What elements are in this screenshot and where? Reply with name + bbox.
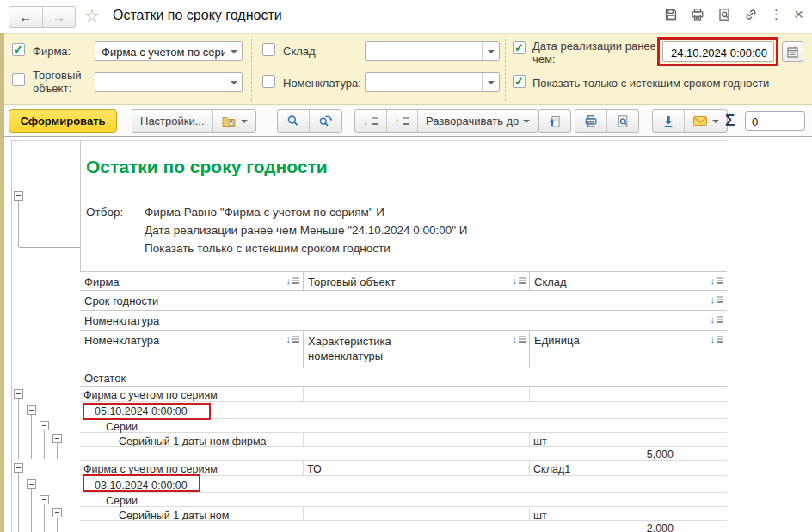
nomenclature-label: Номенклатура: — [283, 77, 361, 90]
filter-panel: ✓ Фирма: Фирма с учетом по сериям Торгов… — [0, 33, 812, 105]
date-before-input[interactable]: 24.10.2024 0:00:00 — [662, 41, 774, 62]
selection-label: Отбор: — [86, 206, 123, 219]
table-row[interactable]: Фирма с учетом по сериям ТО Склад1 — [80, 461, 727, 476]
firm-combobox[interactable]: Фирма с учетом по сериям — [95, 41, 243, 61]
more-menu-icon[interactable]: ⋮ — [770, 7, 783, 22]
trade-object-checkbox[interactable] — [12, 73, 25, 86]
check-icon: ✓ — [14, 44, 23, 55]
table-row[interactable]: Фирма с учетом по сериям — [80, 387, 727, 402]
date-before-checkbox[interactable]: ✓ — [513, 41, 526, 54]
save-icon[interactable] — [663, 7, 679, 22]
expand-all-button[interactable]: ↓ — [355, 110, 386, 132]
collapse-group-box[interactable] — [40, 495, 49, 504]
filter-separator — [505, 39, 506, 101]
table-row[interactable]: 03.10.2024 0:00:00 — [80, 476, 727, 493]
nomenclature-value — [366, 73, 482, 91]
cell-characteristic — [303, 433, 529, 446]
table-row[interactable]: 05.10.2024 0:00:00 — [80, 402, 727, 419]
table-row[interactable]: Серии — [80, 493, 727, 507]
trade-object-value — [95, 73, 225, 91]
table-row[interactable]: Серийный 1 даты ном шт — [80, 507, 727, 521]
header-row-expiry: Срок годности ↓ — [80, 291, 727, 311]
print-group — [575, 109, 639, 133]
trade-object-label: Торговый объект: — [33, 69, 89, 95]
collapse-group-box[interactable] — [52, 508, 62, 517]
save-report-button[interactable] — [653, 110, 684, 132]
window-edge-strip — [0, 33, 4, 532]
collapse-group-box[interactable] — [52, 434, 62, 443]
header-expiry: Срок годности ↓ — [80, 291, 727, 310]
sort-icon[interactable]: ↓ — [513, 276, 526, 285]
back-arrow-icon: ← — [19, 9, 32, 24]
tree-line — [31, 489, 32, 532]
report-toolbar: Сформировать Настройки... ↓ ↑ — [0, 105, 812, 137]
report-variants-button[interactable] — [212, 110, 255, 132]
print-icon[interactable] — [690, 7, 705, 22]
forward-arrow-icon: → — [52, 9, 65, 24]
expand-to-button[interactable]: Разворачивать до — [417, 110, 538, 132]
chevron-down-icon — [488, 50, 495, 57]
sort-icon[interactable]: ↓ — [513, 335, 526, 343]
sort-icon[interactable]: ↓ — [710, 315, 724, 324]
collapse-all-button[interactable]: ↑ — [386, 110, 418, 132]
sort-icon[interactable]: ↓ — [286, 335, 300, 343]
settings-button[interactable]: Настройки... — [132, 110, 212, 132]
collapse-group-box[interactable] — [27, 479, 36, 489]
preview-icon — [615, 114, 631, 129]
search-button[interactable] — [278, 110, 309, 132]
output-group — [538, 109, 571, 133]
calendar-button[interactable] — [782, 41, 803, 62]
sort-icon[interactable]: ↓ — [710, 276, 724, 285]
header-row-nomenclature-group: Номенклатура ↓ — [80, 311, 727, 331]
search-next-button[interactable] — [309, 110, 341, 132]
trade-object-dropdown-button[interactable] — [225, 73, 242, 91]
output-to-document-button[interactable] — [539, 110, 570, 132]
autosum-field[interactable]: 0 — [745, 111, 805, 131]
sort-icon[interactable]: ↓ — [710, 295, 724, 304]
autosum-icon[interactable]: Σ — [725, 111, 735, 130]
expand-all-icon: ↓ — [363, 116, 378, 127]
table-row[interactable]: 5,000 — [80, 447, 727, 461]
print-preview-button[interactable] — [606, 110, 638, 132]
link-icon[interactable] — [743, 7, 759, 22]
favorite-star-icon[interactable]: ☆ — [84, 5, 100, 26]
collapse-all-icon: ↑ — [395, 116, 410, 127]
warehouse-combobox[interactable] — [365, 41, 500, 61]
collapse-group-box[interactable] — [14, 463, 23, 473]
collapse-group-box[interactable] — [14, 389, 23, 399]
printer-icon — [583, 114, 599, 129]
firm-value: Фирма с учетом по сериям — [95, 42, 225, 60]
firm-checkbox[interactable]: ✓ — [12, 43, 25, 56]
sort-icon[interactable]: ↓ — [286, 276, 300, 285]
collapse-group-box[interactable] — [27, 405, 36, 415]
cell-firm: Фирма с учетом по сериям — [80, 461, 303, 475]
check-icon: ✓ — [514, 76, 524, 87]
firm-dropdown-button[interactable] — [225, 42, 242, 60]
selection-line: Дата реализации ранее чем Меньше "24.10.… — [145, 224, 468, 237]
check-icon: ✓ — [514, 42, 524, 53]
expired-only-checkbox[interactable]: ✓ — [513, 75, 526, 88]
close-icon[interactable]: × — [794, 7, 803, 22]
tree-line — [18, 473, 19, 532]
print-report-button[interactable] — [575, 110, 606, 132]
trade-object-combobox[interactable] — [95, 72, 243, 92]
header-nomenclature: Номенклатура ↓ — [80, 331, 303, 368]
nav-back-button[interactable]: ← — [9, 7, 42, 27]
table-row[interactable]: Серии — [80, 419, 727, 433]
collapse-group-box[interactable] — [40, 421, 49, 430]
warehouse-checkbox[interactable] — [262, 43, 275, 56]
selection-line: Фирма Равно "Фирма с учетом по сериям" И — [145, 206, 384, 219]
nomenclature-combobox[interactable] — [365, 72, 500, 92]
collapse-title-group-box[interactable] — [14, 191, 23, 201]
nav-button-group: ← → — [9, 6, 76, 28]
table-row[interactable]: 2,000 — [80, 521, 727, 532]
nomenclature-dropdown-button[interactable] — [482, 73, 499, 91]
print-preview-icon[interactable] — [717, 7, 732, 22]
nav-forward-button[interactable]: → — [42, 7, 76, 27]
nomenclature-checkbox[interactable] — [262, 75, 275, 88]
warehouse-dropdown-button[interactable] — [482, 42, 499, 60]
table-row[interactable]: Серийный 1 даты ном фирма шт — [80, 433, 727, 447]
generate-button[interactable]: Сформировать — [9, 109, 117, 133]
sort-icon[interactable]: ↓ — [710, 335, 724, 343]
send-email-button[interactable] — [684, 110, 727, 132]
